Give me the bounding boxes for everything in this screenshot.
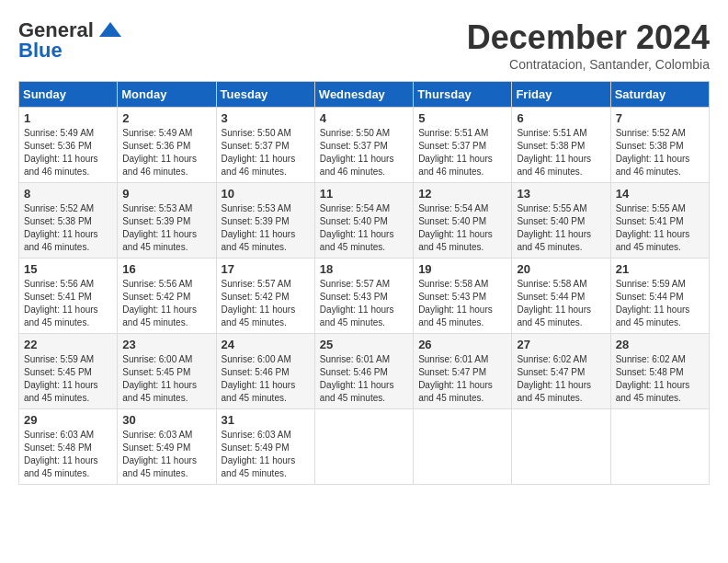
title-area: December 2024 Contratacion, Santander, C…	[467, 18, 710, 72]
day-number: 12	[418, 187, 506, 201]
day-number: 5	[418, 111, 506, 125]
calendar-day-cell: 4 Sunrise: 5:50 AMSunset: 5:37 PMDayligh…	[314, 108, 413, 183]
day-number: 24	[222, 338, 310, 351]
day-info: Sunrise: 5:55 AMSunset: 5:41 PMDaylight:…	[616, 203, 690, 252]
day-info: Sunrise: 6:03 AMSunset: 5:48 PMDaylight:…	[24, 430, 98, 478]
day-info: Sunrise: 5:54 AMSunset: 5:40 PMDaylight:…	[418, 203, 493, 252]
calendar-day-cell: 14 Sunrise: 5:55 AMSunset: 5:41 PMDaylig…	[610, 183, 709, 259]
day-number: 22	[24, 338, 112, 351]
calendar-day-cell: 13 Sunrise: 5:55 AMSunset: 5:40 PMDaylig…	[512, 183, 610, 259]
day-info: Sunrise: 5:56 AMSunset: 5:41 PMDaylight:…	[24, 279, 98, 327]
day-info: Sunrise: 5:57 AMSunset: 5:43 PMDaylight:…	[320, 279, 394, 327]
day-info: Sunrise: 5:57 AMSunset: 5:42 PMDaylight:…	[222, 279, 296, 327]
day-info: Sunrise: 5:50 AMSunset: 5:37 PMDaylight:…	[320, 128, 394, 177]
calendar-day-cell	[610, 409, 709, 485]
day-number: 8	[24, 187, 112, 201]
day-number: 29	[24, 413, 112, 427]
calendar-day-cell: 2 Sunrise: 5:49 AMSunset: 5:36 PMDayligh…	[118, 108, 216, 183]
day-info: Sunrise: 6:03 AMSunset: 5:49 PMDaylight:…	[122, 430, 197, 478]
day-number: 28	[616, 338, 704, 351]
svg-marker-0	[99, 22, 121, 37]
day-number: 27	[517, 338, 605, 351]
day-info: Sunrise: 5:59 AMSunset: 5:44 PMDaylight:…	[616, 279, 690, 327]
day-number: 6	[517, 111, 605, 125]
calendar-day-cell: 8 Sunrise: 5:52 AMSunset: 5:38 PMDayligh…	[19, 183, 118, 259]
weekday-header: Thursday	[414, 82, 512, 108]
day-info: Sunrise: 5:52 AMSunset: 5:38 PMDaylight:…	[24, 203, 98, 252]
day-number: 2	[122, 111, 210, 125]
day-info: Sunrise: 6:00 AMSunset: 5:46 PMDaylight:…	[222, 354, 296, 403]
day-number: 25	[320, 338, 408, 351]
day-number: 9	[122, 187, 210, 201]
day-number: 14	[616, 187, 704, 201]
day-info: Sunrise: 5:49 AMSunset: 5:36 PMDaylight:…	[122, 128, 197, 177]
calendar-day-cell: 28 Sunrise: 6:02 AMSunset: 5:48 PMDaylig…	[610, 334, 709, 409]
day-number: 13	[517, 187, 605, 201]
weekday-header: Wednesday	[314, 82, 413, 108]
month-title: December 2024	[467, 18, 710, 57]
calendar-day-cell: 17 Sunrise: 5:57 AMSunset: 5:42 PMDaylig…	[216, 259, 314, 334]
day-info: Sunrise: 5:50 AMSunset: 5:37 PMDaylight:…	[222, 128, 296, 177]
calendar-day-cell	[314, 409, 413, 485]
day-info: Sunrise: 6:01 AMSunset: 5:47 PMDaylight:…	[418, 354, 493, 403]
day-info: Sunrise: 5:54 AMSunset: 5:40 PMDaylight:…	[320, 203, 394, 252]
calendar-day-cell: 7 Sunrise: 5:52 AMSunset: 5:38 PMDayligh…	[610, 108, 709, 183]
day-number: 7	[616, 111, 704, 125]
calendar-day-cell: 19 Sunrise: 5:58 AMSunset: 5:43 PMDaylig…	[414, 259, 512, 334]
day-number: 15	[24, 262, 112, 276]
calendar-day-cell: 11 Sunrise: 5:54 AMSunset: 5:40 PMDaylig…	[314, 183, 413, 259]
logo: General Blue	[18, 18, 123, 63]
day-info: Sunrise: 5:58 AMSunset: 5:43 PMDaylight:…	[418, 279, 493, 327]
logo-blue: Blue	[18, 39, 63, 63]
day-number: 16	[122, 262, 210, 276]
day-number: 31	[222, 413, 310, 427]
calendar-week-row: 1 Sunrise: 5:49 AMSunset: 5:36 PMDayligh…	[19, 108, 710, 183]
day-info: Sunrise: 6:03 AMSunset: 5:49 PMDaylight:…	[222, 430, 296, 478]
day-number: 10	[222, 187, 310, 201]
day-info: Sunrise: 6:02 AMSunset: 5:48 PMDaylight:…	[616, 354, 690, 403]
weekday-header: Friday	[512, 82, 610, 108]
day-info: Sunrise: 6:02 AMSunset: 5:47 PMDaylight:…	[517, 354, 591, 403]
weekday-header: Monday	[118, 82, 216, 108]
calendar-day-cell: 18 Sunrise: 5:57 AMSunset: 5:43 PMDaylig…	[314, 259, 413, 334]
day-number: 21	[616, 262, 704, 276]
day-info: Sunrise: 5:59 AMSunset: 5:45 PMDaylight:…	[24, 354, 98, 403]
calendar-day-cell: 25 Sunrise: 6:01 AMSunset: 5:46 PMDaylig…	[314, 334, 413, 409]
day-number: 17	[222, 262, 310, 276]
page-header: General Blue December 2024 Contratacion,…	[18, 18, 710, 72]
calendar-day-cell: 1 Sunrise: 5:49 AMSunset: 5:36 PMDayligh…	[19, 108, 118, 183]
calendar-day-cell: 23 Sunrise: 6:00 AMSunset: 5:45 PMDaylig…	[118, 334, 216, 409]
day-number: 3	[222, 111, 310, 125]
calendar-table: SundayMondayTuesdayWednesdayThursdayFrid…	[18, 81, 710, 485]
day-number: 23	[122, 338, 210, 351]
weekday-header-row: SundayMondayTuesdayWednesdayThursdayFrid…	[19, 82, 710, 108]
logo-icon	[97, 20, 123, 40]
calendar-week-row: 29 Sunrise: 6:03 AMSunset: 5:48 PMDaylig…	[19, 409, 710, 485]
location: Contratacion, Santander, Colombia	[467, 57, 710, 72]
calendar-day-cell: 15 Sunrise: 5:56 AMSunset: 5:41 PMDaylig…	[19, 259, 118, 334]
calendar-week-row: 15 Sunrise: 5:56 AMSunset: 5:41 PMDaylig…	[19, 259, 710, 334]
day-info: Sunrise: 5:53 AMSunset: 5:39 PMDaylight:…	[222, 203, 296, 252]
calendar-day-cell: 12 Sunrise: 5:54 AMSunset: 5:40 PMDaylig…	[414, 183, 512, 259]
weekday-header: Tuesday	[216, 82, 314, 108]
day-info: Sunrise: 5:53 AMSunset: 5:39 PMDaylight:…	[122, 203, 197, 252]
calendar-day-cell: 9 Sunrise: 5:53 AMSunset: 5:39 PMDayligh…	[118, 183, 216, 259]
calendar-day-cell: 31 Sunrise: 6:03 AMSunset: 5:49 PMDaylig…	[216, 409, 314, 485]
day-number: 30	[122, 413, 210, 427]
calendar-week-row: 8 Sunrise: 5:52 AMSunset: 5:38 PMDayligh…	[19, 183, 710, 259]
calendar-week-row: 22 Sunrise: 5:59 AMSunset: 5:45 PMDaylig…	[19, 334, 710, 409]
calendar-day-cell: 30 Sunrise: 6:03 AMSunset: 5:49 PMDaylig…	[118, 409, 216, 485]
calendar-day-cell	[512, 409, 610, 485]
calendar-day-cell: 5 Sunrise: 5:51 AMSunset: 5:37 PMDayligh…	[414, 108, 512, 183]
day-info: Sunrise: 5:51 AMSunset: 5:37 PMDaylight:…	[418, 128, 493, 177]
calendar-day-cell: 10 Sunrise: 5:53 AMSunset: 5:39 PMDaylig…	[216, 183, 314, 259]
day-number: 19	[418, 262, 506, 276]
day-number: 18	[320, 262, 408, 276]
calendar-day-cell: 26 Sunrise: 6:01 AMSunset: 5:47 PMDaylig…	[414, 334, 512, 409]
day-info: Sunrise: 6:00 AMSunset: 5:45 PMDaylight:…	[122, 354, 197, 403]
day-number: 26	[418, 338, 506, 351]
calendar-day-cell: 22 Sunrise: 5:59 AMSunset: 5:45 PMDaylig…	[19, 334, 118, 409]
calendar-day-cell: 27 Sunrise: 6:02 AMSunset: 5:47 PMDaylig…	[512, 334, 610, 409]
day-info: Sunrise: 5:58 AMSunset: 5:44 PMDaylight:…	[517, 279, 591, 327]
calendar-day-cell: 20 Sunrise: 5:58 AMSunset: 5:44 PMDaylig…	[512, 259, 610, 334]
